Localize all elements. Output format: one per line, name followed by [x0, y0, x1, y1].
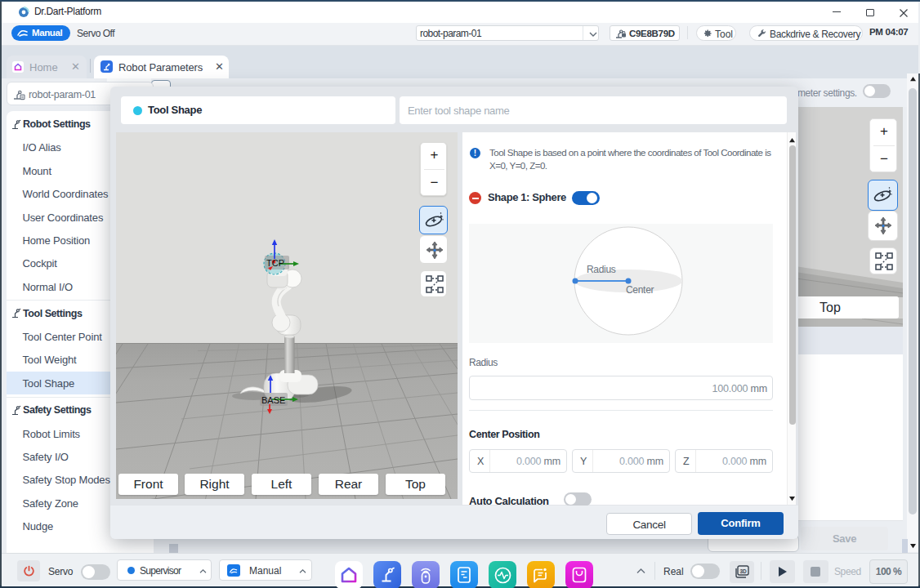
svg-text:3D: 3D [740, 568, 748, 574]
svg-text:Center: Center [626, 284, 654, 296]
svg-text:Radius: Radius [587, 264, 616, 275]
svg-text:BASE: BASE [261, 395, 285, 405]
svg-text:TCP: TCP [266, 258, 284, 268]
